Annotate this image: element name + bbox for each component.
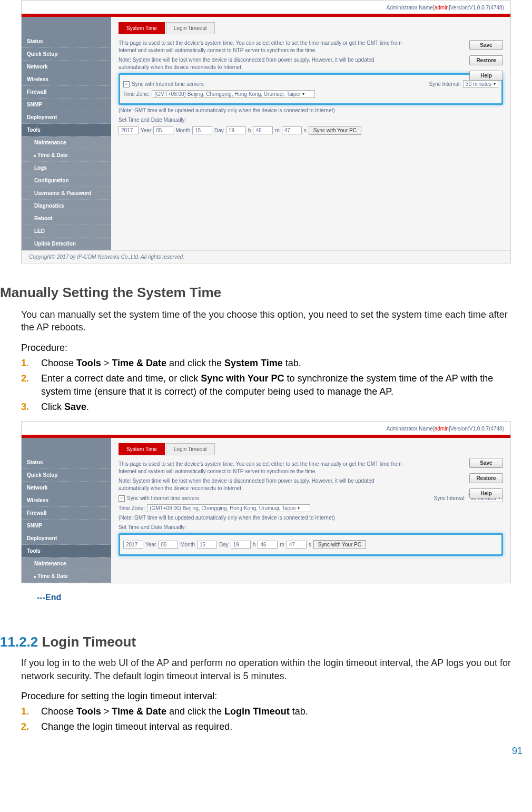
- tab-login-timeout[interactable]: Login Timeout: [166, 443, 215, 455]
- timezone-label: Time Zone:: [123, 91, 150, 97]
- gmt-note: (Note: GMT time will be updated automati…: [119, 514, 403, 522]
- sidebar-sub-logs[interactable]: Logs: [22, 162, 111, 174]
- sidebar-sub-diagnostics[interactable]: Diagnostics: [22, 200, 111, 212]
- sync-pc-button[interactable]: Sync with Your PC: [313, 540, 366, 549]
- timezone-label: Time Zone:: [119, 505, 145, 511]
- sidebar-item-wireless[interactable]: Wireless: [22, 73, 111, 86]
- year-input[interactable]: 2017: [123, 541, 143, 549]
- hour-input[interactable]: 19: [226, 126, 246, 134]
- sidebar-item-status[interactable]: Status: [22, 456, 111, 469]
- version-text: ]Version:V1.0.0.7(4748): [449, 5, 504, 11]
- minute-input[interactable]: 46: [253, 126, 273, 134]
- month-input[interactable]: 05: [153, 126, 173, 134]
- sidebar-item-tools[interactable]: Tools: [22, 124, 111, 136]
- sidebar-item-quick-setup[interactable]: Quick Setup: [22, 48, 111, 61]
- sidebar-item-quick-setup[interactable]: Quick Setup: [22, 469, 111, 482]
- highlight-manual-row: 2017Year 05Month 15Day 19h 46m 47s Sync …: [119, 533, 503, 556]
- manual-set-label: Set Time and Date Manually:: [119, 524, 403, 531]
- sidebar-item-snmp[interactable]: SNMP: [22, 99, 111, 111]
- save-button[interactable]: Save: [469, 458, 503, 468]
- tab-system-time[interactable]: System Time: [119, 443, 165, 455]
- month-label: Month: [175, 128, 190, 133]
- hour-label: h: [248, 128, 251, 133]
- second-input[interactable]: 47: [287, 541, 307, 549]
- copyright-footer: Copyright© 2017 by IP-COM Networks Co.,L…: [22, 250, 510, 263]
- tab-system-time[interactable]: System Time: [119, 22, 165, 34]
- sync-checkbox[interactable]: ✓: [123, 81, 130, 87]
- month-label: Month: [180, 542, 195, 547]
- day-input[interactable]: 15: [192, 126, 212, 134]
- second-label: s: [304, 128, 307, 133]
- sync-pc-button[interactable]: Sync with Your PC: [309, 126, 361, 135]
- sidebar-sub-maintenance[interactable]: Maintenance: [22, 136, 111, 149]
- heading-manual-set: Manually Setting the System Time: [0, 285, 532, 301]
- year-label: Year: [145, 542, 156, 547]
- admin-name: admin: [435, 5, 449, 11]
- step-3: Click Save.: [21, 400, 511, 414]
- sidebar-item-deployment[interactable]: Deployment: [22, 532, 111, 545]
- step-2: Change the login timeout interval as req…: [21, 720, 511, 733]
- restore-button[interactable]: Restore: [469, 55, 503, 65]
- manual-set-label: Set Time and Date Manually:: [119, 116, 403, 124]
- page-description-2: Note: System time will be lost when the …: [119, 477, 403, 492]
- sidebar: Status Quick Setup Network Wireless Fire…: [22, 17, 111, 250]
- year-label: Year: [141, 128, 151, 133]
- minute-label: m: [280, 542, 284, 547]
- page-description-1: This page is used to set the device's sy…: [119, 40, 403, 54]
- page-number: 91: [512, 746, 523, 757]
- paragraph-login-timeout: If you log in to the web UI of the AP an…: [21, 657, 511, 682]
- hour-input[interactable]: 19: [231, 541, 251, 549]
- sync-interval-label: Sync Interval:: [434, 495, 466, 501]
- page-description-1: This page is used to set the device's sy…: [119, 461, 403, 475]
- restore-button[interactable]: Restore: [469, 473, 503, 483]
- screenshot-system-time-sync: Administrator Name[admin]Version:V1.0.0.…: [21, 0, 511, 263]
- admin-header: Administrator Name[admin]Version:V1.0.0.…: [22, 1, 510, 14]
- sidebar-sub-time-date[interactable]: Time & Date: [22, 149, 111, 162]
- step-2: Enter a correct date and time, or click …: [21, 372, 511, 398]
- help-button[interactable]: Help: [469, 71, 503, 81]
- sidebar-sub-uplink-detection[interactable]: Uplink Detection: [22, 238, 111, 250]
- sidebar-item-tools[interactable]: Tools: [22, 545, 111, 557]
- sidebar-item-status[interactable]: Status: [22, 35, 111, 48]
- main-panel: System Time Login Timeout This page is u…: [111, 438, 510, 583]
- month-input[interactable]: 05: [158, 541, 178, 549]
- second-label: s: [309, 542, 311, 547]
- sync-checkbox[interactable]: ✓: [119, 495, 125, 502]
- sidebar-sub-time-date[interactable]: Time & Date: [22, 570, 111, 583]
- admin-name: admin: [435, 426, 449, 432]
- sidebar-sub-maintenance[interactable]: Maintenance: [22, 557, 111, 570]
- sidebar-item-network[interactable]: Network: [22, 482, 111, 494]
- main-panel: System Time Login Timeout This page is u…: [111, 17, 510, 250]
- sidebar-item-snmp[interactable]: SNMP: [22, 520, 111, 532]
- minute-label: m: [275, 128, 279, 133]
- sidebar-sub-username-password[interactable]: Username & Password: [22, 187, 111, 200]
- sidebar-sub-reboot[interactable]: Reboot: [22, 212, 111, 225]
- sidebar-item-firewall[interactable]: Firewall: [22, 507, 111, 520]
- highlight-sync-section: ✓ Sync with Internet time servers Sync I…: [119, 73, 503, 105]
- sync-interval-select[interactable]: 30 minutes: [463, 80, 498, 88]
- second-input[interactable]: 47: [282, 126, 302, 134]
- sidebar-item-wireless[interactable]: Wireless: [22, 494, 111, 507]
- save-button[interactable]: Save: [469, 40, 503, 50]
- step-1: Choose Tools > Time & Date and click the…: [21, 357, 511, 370]
- end-marker: ---End: [37, 593, 532, 602]
- year-input[interactable]: 2017: [119, 126, 139, 134]
- sidebar-sub-led[interactable]: LED: [22, 225, 111, 238]
- timezone-select[interactable]: (GMT+08:00) Beijing, Chongqing, Hong Kon…: [152, 90, 315, 98]
- help-button[interactable]: Help: [469, 488, 503, 498]
- header-text: Administrator Name[: [387, 5, 435, 11]
- procedure-label-2: Procedure for setting the login timeout …: [21, 691, 511, 702]
- timezone-select[interactable]: (GMT+08:00) Beijing, Chongqing, Hong Kon…: [147, 504, 310, 512]
- hour-label: h: [253, 542, 256, 547]
- minute-input[interactable]: 46: [258, 541, 278, 549]
- admin-header: Administrator Name[admin]Version:V1.0.0.…: [22, 422, 510, 435]
- sidebar-item-network[interactable]: Network: [22, 61, 111, 73]
- screenshot-system-time-manual: Administrator Name[admin]Version:V1.0.0.…: [21, 421, 511, 583]
- sidebar-item-firewall[interactable]: Firewall: [22, 86, 111, 99]
- procedure-steps-2: Choose Tools > Time & Date and click the…: [21, 705, 511, 733]
- header-text: Administrator Name[: [387, 426, 435, 432]
- tab-login-timeout[interactable]: Login Timeout: [166, 22, 215, 34]
- day-input[interactable]: 15: [197, 541, 217, 549]
- sidebar-sub-configuration[interactable]: Configuration: [22, 174, 111, 187]
- sidebar-item-deployment[interactable]: Deployment: [22, 111, 111, 124]
